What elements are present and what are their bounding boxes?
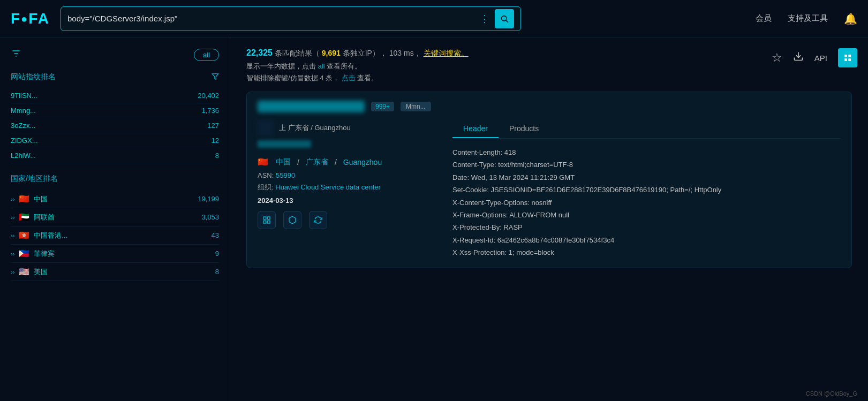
tab-products[interactable]: Products xyxy=(499,120,549,138)
search-icons: ⋮ xyxy=(480,9,514,28)
org-label: 组织: xyxy=(258,183,274,191)
asn-value[interactable]: 55990 xyxy=(276,171,295,179)
country-left: ›› 🇺🇸 美国 xyxy=(11,267,48,277)
sub1-prefix: 显示一年内数据，点击 xyxy=(246,62,316,70)
sub2-prefix: 智能排除蜜罐/仿冒数据 4 条， xyxy=(246,74,339,82)
country-name: 中国 xyxy=(34,194,48,204)
list-item[interactable]: ›› 🇵🇭 菲律宾 9 xyxy=(11,245,219,263)
country-list: ›› 🇨🇳 中国 19,199 ›› 🇦🇪 阿联酋 3,053 ›› 🇭🇰 中国… xyxy=(11,190,219,281)
api-button[interactable]: API xyxy=(814,54,827,63)
list-item[interactable]: ›› 🇺🇸 美国 8 xyxy=(11,263,219,281)
result-count: 22,325 xyxy=(246,48,273,57)
list-item[interactable]: 3oZzx...127 xyxy=(11,118,219,133)
nav-tools[interactable]: 支持及工具 xyxy=(788,13,828,24)
list-item[interactable]: ›› 🇨🇳 中国 19,199 xyxy=(11,190,219,208)
chevron-icon: ›› xyxy=(11,251,14,257)
sub2-click-link[interactable]: 点击 xyxy=(342,74,356,82)
svg-rect-10 xyxy=(848,58,851,61)
dots-icon[interactable]: ⋮ xyxy=(480,13,489,25)
badge-mmn[interactable]: Mmn... xyxy=(401,102,431,111)
china-flag: 🇨🇳 xyxy=(258,157,268,167)
keyword-link[interactable]: 关键词搜索。 xyxy=(424,49,469,57)
main-layout: all 网站指纹排名 9TliSN...20,402Mmng...1,7363o… xyxy=(0,37,868,401)
list-item[interactable]: ›› 🇦🇪 阿联酋 3,053 xyxy=(11,208,219,226)
fingerprint-count: 127 xyxy=(207,122,219,130)
sub1-all-link[interactable]: all xyxy=(318,62,325,70)
location-sub: 上 广东省 / Guangzhou xyxy=(279,123,351,133)
nav-member[interactable]: 会员 xyxy=(756,13,772,24)
ip-blurred xyxy=(258,101,365,112)
tab-header[interactable]: Header xyxy=(452,120,499,138)
all-badge[interactable]: all xyxy=(194,49,219,61)
header-content: Content-Length: 418Content-Type: text/ht… xyxy=(452,146,841,259)
search-input[interactable] xyxy=(67,14,480,23)
card-left: 上 广东省 / Guangzhou 🇨🇳 中国 / 广东省 / Guangzho… xyxy=(258,120,440,259)
list-item[interactable]: 9TliSN...20,402 xyxy=(11,88,219,103)
svg-rect-14 xyxy=(267,221,270,223)
svg-point-0 xyxy=(502,16,507,20)
search-bar: ⋮ xyxy=(61,6,521,31)
star-icon[interactable]: ☆ xyxy=(772,51,782,65)
list-item[interactable]: ›› 🇭🇰 中国香港... 43 xyxy=(11,226,219,245)
svg-rect-8 xyxy=(848,55,851,57)
logo: F●FA xyxy=(11,10,50,27)
country-name: 中国香港... xyxy=(34,231,67,240)
header-line: Date: Wed, 13 Mar 2024 11:21:29 GMT xyxy=(452,171,841,184)
card-icon-grid[interactable] xyxy=(258,211,276,229)
sub2-suffix: 查看。 xyxy=(357,74,378,82)
city-link[interactable]: Guangzhou xyxy=(343,158,382,167)
result-header: 22,325 条匹配结果（ 9,691 条独立IP）， 103 ms， 关键词搜… xyxy=(246,48,852,83)
country-flag: 🇵🇭 xyxy=(19,248,29,259)
province-link[interactable]: 广东省 xyxy=(306,157,328,167)
ip-port-blurred xyxy=(258,140,311,148)
fingerprint-count: 8 xyxy=(215,152,219,160)
filter-icon[interactable] xyxy=(11,48,21,62)
sidebar: all 网站指纹排名 9TliSN...20,402Mmng...1,7363o… xyxy=(0,37,230,401)
chevron-icon: ›› xyxy=(11,214,14,221)
country-name: 阿联酋 xyxy=(34,213,55,222)
ip-port-line xyxy=(258,140,440,154)
search-button[interactable] xyxy=(495,9,514,28)
svg-line-1 xyxy=(506,20,508,22)
fingerprint-name: 9TliSN... xyxy=(11,92,37,100)
country-left: ›› 🇦🇪 阿联酋 xyxy=(11,212,55,222)
result-stats: 22,325 条匹配结果（ 9,691 条独立IP）， 103 ms， 关键词搜… xyxy=(246,48,852,58)
country-location-line: 🇨🇳 中国 / 广东省 / Guangzhou xyxy=(258,157,440,167)
country-count: 9 xyxy=(215,249,219,258)
org-line: 组织: Huawei Cloud Service data center xyxy=(258,183,440,192)
list-item[interactable]: Mmng...1,736 xyxy=(11,103,219,118)
country-count: 3,053 xyxy=(201,213,219,221)
card-icon-cube[interactable] xyxy=(283,211,301,229)
header-line: Content-Length: 418 xyxy=(452,146,841,158)
org-value[interactable]: Huawei Cloud Service data center xyxy=(275,183,381,191)
fingerprint-filter-icon[interactable] xyxy=(212,73,219,82)
country-flag: 🇭🇰 xyxy=(19,230,29,240)
top-toolbar: ☆ API xyxy=(772,48,857,67)
content: 22,325 条匹配结果（ 9,691 条独立IP）， 103 ms， 关键词搜… xyxy=(230,37,868,279)
country-link[interactable]: 中国 xyxy=(276,157,291,167)
asn-line: ASN: 55990 xyxy=(258,171,440,179)
result-card: 999+ Mmn... 上 广东省 / Guangzhou xyxy=(246,92,852,268)
result-count-label: 条匹配结果（ xyxy=(275,49,320,57)
fingerprint-title-text: 网站指纹排名 xyxy=(11,72,56,82)
svg-rect-7 xyxy=(844,55,847,57)
bell-icon[interactable]: 🔔 xyxy=(844,12,857,25)
header-line: X-Protected-By: RASP xyxy=(452,221,841,233)
header-line: Content-Type: text/html;charset=UTF-8 xyxy=(452,158,841,171)
download-icon[interactable] xyxy=(793,51,804,65)
header: F●FA ⋮ 会员 支持及工具 🔔 xyxy=(0,0,868,37)
country-count: 8 xyxy=(215,268,219,276)
list-item[interactable]: L2hiW...8 xyxy=(11,148,219,163)
country-count: 19,199 xyxy=(198,195,219,203)
result-ip-count: 9,691 xyxy=(322,49,341,57)
list-item[interactable]: ZIDGX...12 xyxy=(11,133,219,148)
card-action-icons xyxy=(258,211,440,229)
sub1-suffix: 查看所有。 xyxy=(327,62,361,70)
search-icon xyxy=(500,14,509,23)
grid-view-button[interactable] xyxy=(838,48,857,67)
logo-text: F●FA xyxy=(11,10,50,27)
fingerprint-name: L2hiW... xyxy=(11,152,36,160)
fingerprint-list: 9TliSN...20,402Mmng...1,7363oZzx...127ZI… xyxy=(11,88,219,163)
header-line: X-Frame-Options: ALLOW-FROM null xyxy=(452,209,841,221)
card-icon-refresh[interactable] xyxy=(309,211,327,229)
